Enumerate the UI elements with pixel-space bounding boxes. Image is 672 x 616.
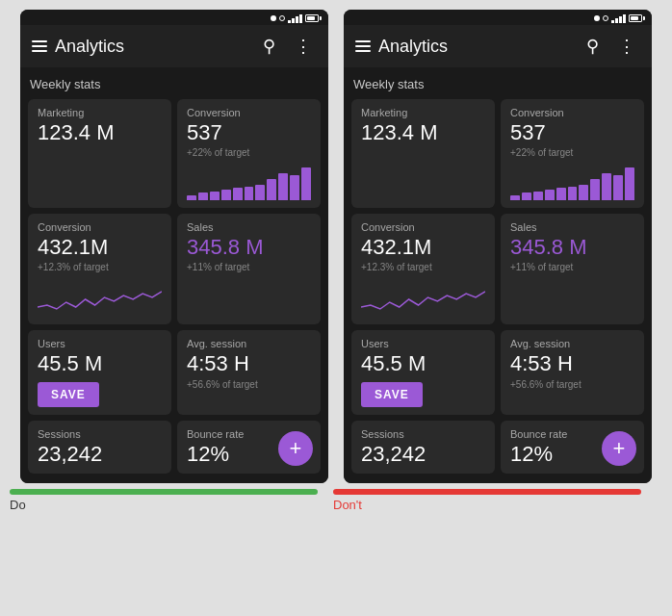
conversion-main-label-do: Conversion (38, 221, 162, 233)
conversion-top-value-do: 537 (187, 121, 311, 144)
avg-session-sub-do: +56.6% of target (187, 379, 311, 390)
avg-session-card-dont: Avg. session 4:53 H +56.6% of target (501, 330, 644, 414)
status-icons-dont (594, 13, 642, 23)
grid-row2-do: Conversion 432.1M +12.3% of target Sales… (28, 214, 321, 324)
more-icon-do[interactable]: ⋮ (290, 33, 317, 60)
top-bar-do: Analytics ⚲ ⋮ (20, 25, 328, 67)
fab-button-dont[interactable]: + (602, 431, 636, 466)
bar-chart-dont (510, 162, 634, 200)
marketing-card-do: Marketing 123.4 M (28, 99, 171, 208)
weekly-stats-label-dont: Weekly stats (351, 77, 644, 91)
do-indicator-bar (10, 489, 318, 495)
sales-label-dont: Sales (510, 221, 634, 233)
sessions-label-dont: Sessions (361, 428, 485, 440)
conversion-main-sub-do: +12.3% of target (38, 262, 162, 272)
search-icon-do[interactable]: ⚲ (255, 33, 282, 60)
battery-icon-dont (629, 14, 642, 22)
dont-label-box: Don't (333, 489, 641, 512)
grid-row1-dont: Marketing 123.4 M Conversion 537 +22% of… (351, 99, 644, 208)
dot1-dont (594, 15, 600, 21)
more-icon-dont[interactable]: ⋮ (613, 33, 640, 60)
avg-session-value-do: 4:53 H (187, 352, 311, 375)
signal-bar-dont (611, 13, 626, 23)
save-button-dont[interactable]: SAVE (361, 382, 423, 407)
users-label-do: Users (38, 338, 162, 349)
avg-session-value-dont: 4:53 H (510, 352, 634, 375)
do-label: Do (10, 498, 318, 512)
line-chart-do (38, 278, 162, 317)
battery-icon (305, 14, 319, 22)
users-label-dont: Users (361, 338, 485, 349)
status-bar-do (20, 10, 328, 25)
avg-session-sub-dont: +56.6% of target (510, 379, 634, 390)
sales-sub-do: +11% of target (187, 262, 311, 272)
marketing-value-do: 123.4 M (38, 121, 162, 144)
users-card-do: Users 45.5 M SAVE (28, 330, 171, 414)
signal-bar (288, 13, 302, 23)
dot2 (279, 15, 285, 21)
conversion-main-sub-dont: +12.3% of target (361, 262, 485, 272)
sessions-value-dont: 23,242 (361, 443, 485, 466)
sales-sub-dont: +11% of target (510, 262, 634, 272)
conversion-top-card-do: Conversion 537 +22% of target (177, 99, 321, 208)
top-bar-dont: Analytics ⚲ ⋮ (344, 25, 652, 67)
conversion-top-sub-dont: +22% of target (510, 147, 634, 158)
avg-session-card-do: Avg. session 4:53 H +56.6% of target (177, 330, 321, 414)
grid-row3-dont: Users 45.5 M SAVE Avg. session 4:53 H +5… (351, 330, 644, 414)
sales-label-do: Sales (187, 221, 311, 233)
phone-dont: Analytics ⚲ ⋮ Weekly stats Marketing 123… (344, 10, 652, 483)
grid-row2-dont: Conversion 432.1M +12.3% of target Sales… (351, 214, 644, 324)
marketing-label-do: Marketing (38, 107, 162, 118)
content-dont: Weekly stats Marketing 123.4 M Conversio… (344, 67, 652, 483)
status-icons (271, 13, 319, 23)
bottom-row-dont: Sessions 23,242 Bounce rate 12% + (351, 421, 644, 474)
conversion-main-card-do: Conversion 432.1M +12.3% of target (28, 214, 171, 324)
bottom-row-do: Sessions 23,242 Bounce rate 12% + (28, 421, 321, 474)
search-icon-dont[interactable]: ⚲ (579, 33, 606, 60)
users-card-dont: Users 45.5 M SAVE (351, 330, 495, 414)
dot1 (271, 15, 276, 21)
dont-label: Don't (333, 498, 641, 512)
marketing-value-dont: 123.4 M (361, 121, 485, 144)
avg-session-label-dont: Avg. session (510, 338, 634, 349)
marketing-card-dont: Marketing 123.4 M (351, 99, 495, 208)
conversion-top-label-dont: Conversion (510, 107, 634, 118)
sessions-label-do: Sessions (38, 428, 162, 440)
labels-row: Do Don't (0, 483, 672, 516)
conversion-top-label-do: Conversion (187, 107, 311, 118)
avg-session-label-do: Avg. session (187, 338, 311, 349)
dont-indicator-bar (333, 489, 641, 495)
conversion-main-card-dont: Conversion 432.1M +12.3% of target (351, 214, 495, 324)
conversion-main-label-dont: Conversion (361, 221, 485, 233)
dot2-dont (603, 15, 608, 21)
conversion-top-value-dont: 537 (510, 121, 634, 144)
sales-card-do: Sales 345.8 M +11% of target (177, 214, 321, 324)
users-value-dont: 45.5 M (361, 352, 485, 375)
phone-do: Analytics ⚲ ⋮ Weekly stats Marketing 123… (20, 10, 328, 483)
sessions-card-do: Sessions 23,242 (28, 421, 171, 474)
hamburger-menu-icon-dont[interactable] (355, 40, 371, 52)
weekly-stats-label-do: Weekly stats (28, 77, 321, 91)
save-button-do[interactable]: SAVE (38, 382, 99, 407)
conversion-main-value-do: 432.1M (38, 236, 162, 259)
conversion-top-sub-do: +22% of target (187, 147, 311, 158)
grid-row1-do: Marketing 123.4 M Conversion 537 +22% of… (28, 99, 321, 208)
sales-value-do: 345.8 M (187, 236, 311, 259)
status-bar-dont (344, 10, 652, 25)
sessions-value-do: 23,242 (38, 443, 162, 466)
sales-card-dont: Sales 345.8 M +11% of target (501, 214, 644, 324)
line-chart-dont (361, 278, 485, 317)
app-title-dont: Analytics (378, 37, 571, 57)
do-label-box: Do (10, 489, 318, 512)
conversion-top-card-dont: Conversion 537 +22% of target (501, 99, 644, 208)
marketing-label-dont: Marketing (361, 107, 485, 118)
hamburger-menu-icon[interactable] (32, 40, 47, 52)
grid-row3-do: Users 45.5 M SAVE Avg. session 4:53 H +5… (28, 330, 321, 414)
phones-row: Analytics ⚲ ⋮ Weekly stats Marketing 123… (0, 0, 672, 483)
fab-button-do[interactable]: + (278, 431, 313, 466)
users-value-do: 45.5 M (38, 352, 162, 375)
conversion-main-value-dont: 432.1M (361, 236, 485, 259)
app-title-do: Analytics (55, 37, 247, 57)
bar-chart-do (187, 162, 311, 200)
sales-value-dont: 345.8 M (510, 236, 634, 259)
